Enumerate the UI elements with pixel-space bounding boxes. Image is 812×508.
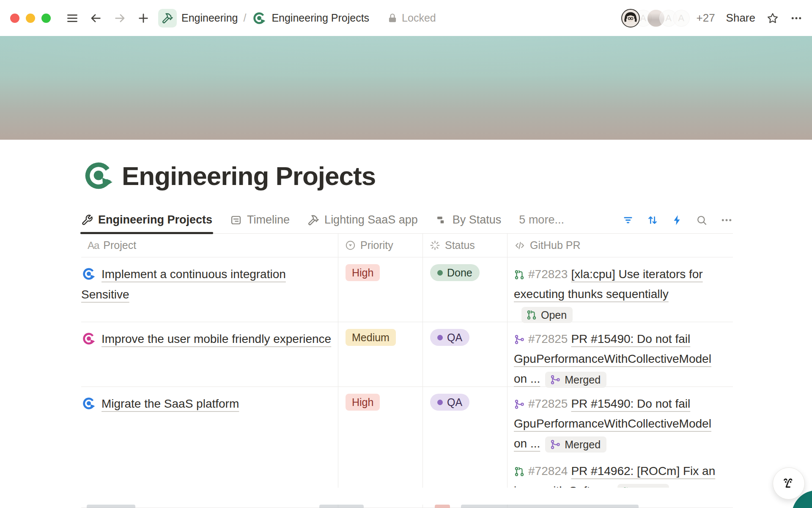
notion-ai-button[interactable] (773, 467, 805, 500)
status-dot (437, 335, 443, 340)
github-pr-mention: #72825PR #15490: Do not fail GpuPerforma… (514, 329, 727, 389)
sort-icon[interactable] (647, 214, 658, 226)
page-icon[interactable] (81, 158, 116, 193)
status-cell[interactable]: QA (423, 322, 508, 387)
status-cell[interactable]: Done (423, 257, 508, 322)
status-tag[interactable]: QA (430, 329, 469, 346)
view-tab-timeline[interactable]: Timeline (230, 207, 290, 233)
merge-icon (514, 399, 525, 410)
clipped-row-fragment (461, 505, 639, 508)
priority-cell[interactable]: Medium (338, 322, 423, 387)
column-header-project[interactable]: AaProject (81, 234, 338, 257)
view-tab-label: Engineering Projects (98, 213, 212, 226)
breadcrumb-workspace[interactable]: Engineering (181, 12, 238, 24)
pr-number: #72825 (528, 332, 568, 345)
automation-bolt-icon[interactable] (671, 214, 683, 226)
project-cell[interactable]: Implement a continuous integration Sensi… (81, 257, 338, 322)
timeline-icon (230, 214, 242, 226)
bottom-fade (0, 488, 812, 505)
github-pr-cell[interactable]: #72823[xla:cpu] Use iterators for execut… (508, 257, 733, 322)
presence-overflow-count[interactable]: +27 (697, 11, 715, 25)
column-header-label: Status (445, 239, 475, 251)
board-icon (436, 214, 447, 226)
window-titlebar: Engineering / Engineering Projects Locke… (0, 0, 812, 36)
presence-avatars: AAA (621, 9, 691, 28)
view-tab-by-status[interactable]: By Status (436, 207, 502, 233)
pr-state-badge: Merged (545, 372, 606, 388)
project-page-icon (81, 396, 96, 411)
priority-tag[interactable]: Medium (346, 329, 396, 346)
pull-request-icon (514, 269, 525, 280)
table-row: Improve the user mobile friendly experie… (81, 322, 733, 387)
table-row: Implement a continuous integration Sensi… (81, 257, 733, 322)
forward-icon[interactable] (113, 12, 126, 25)
search-icon[interactable] (696, 214, 708, 226)
minimize-window-button[interactable] (26, 14, 35, 23)
pull-request-icon (514, 466, 525, 477)
status-tag[interactable]: Done (430, 264, 480, 281)
locked-label: Locked (402, 12, 436, 24)
text-property-icon: Aa (88, 240, 99, 251)
merge-icon (514, 334, 525, 345)
select-icon (345, 240, 356, 251)
hammer-icon (307, 214, 319, 226)
page-cover-image (0, 36, 812, 140)
view-options-icon[interactable] (720, 214, 733, 226)
page-logo-icon (252, 11, 267, 26)
locked-toggle[interactable]: Locked (387, 12, 436, 24)
avatar[interactable] (621, 9, 640, 28)
sidebar-menu-icon[interactable] (66, 12, 79, 25)
share-button[interactable]: Share (726, 11, 755, 25)
status-burst-icon (429, 240, 441, 251)
priority-tag[interactable]: High (346, 394, 380, 411)
project-cell[interactable]: Improve the user mobile friendly experie… (81, 322, 338, 387)
view-tab-lighting-saas-app[interactable]: Lighting SaaS app (307, 207, 418, 233)
merge-icon (550, 439, 561, 450)
more-views-button[interactable]: 5 more... (519, 213, 564, 226)
clipped-row-fragment (319, 505, 364, 508)
view-tab-engineering-projects[interactable]: Engineering Projects (81, 207, 212, 233)
pr-number: #72825 (528, 397, 568, 410)
close-window-button[interactable] (10, 14, 19, 23)
priority-tag[interactable]: High (346, 264, 380, 281)
column-header-label: Priority (360, 239, 393, 251)
zoom-window-button[interactable] (41, 14, 51, 23)
page-title[interactable]: Engineering Projects (122, 161, 376, 191)
project-link[interactable]: Migrate the SaaS platform (102, 397, 239, 410)
new-page-icon[interactable] (137, 12, 150, 25)
project-link[interactable]: Implement a continuous integration Sensi… (81, 268, 286, 301)
table-header-row: AaProjectPriorityStatusGitHub PR (81, 234, 733, 257)
code-icon (514, 240, 526, 251)
status-dot (437, 400, 443, 405)
pr-state-badge: Open (521, 307, 573, 323)
avatar[interactable]: A (672, 9, 691, 28)
clipped-row-fragment (87, 505, 135, 508)
filter-icon[interactable] (622, 214, 634, 226)
breadcrumb-page[interactable]: Engineering Projects (272, 12, 369, 24)
database-view-tabs: Engineering ProjectsTimelineLighting Saa… (81, 207, 733, 234)
favorite-star-icon[interactable] (766, 12, 779, 25)
project-link[interactable]: Improve the user mobile friendly experie… (102, 332, 331, 345)
breadcrumb: Engineering / Engineering Projects (158, 9, 369, 28)
traffic-lights (10, 14, 51, 23)
workspace-icon[interactable] (158, 9, 177, 28)
wrench-icon (81, 214, 93, 226)
github-pr-cell[interactable]: #72825PR #15490: Do not fail GpuPerforma… (508, 322, 733, 387)
priority-cell[interactable]: High (338, 257, 423, 322)
pr-number: #72824 (528, 464, 568, 478)
breadcrumb-separator: / (243, 12, 246, 24)
column-header-priority[interactable]: Priority (338, 234, 423, 257)
merge-icon (550, 374, 561, 385)
column-header-label: GitHub PR (530, 239, 580, 251)
status-tag[interactable]: QA (430, 394, 469, 411)
github-pr-mention: #72823[xla:cpu] Use iterators for execut… (514, 264, 727, 324)
column-header-status[interactable]: Status (423, 234, 508, 257)
more-options-icon[interactable] (790, 12, 803, 25)
column-header-github_pr[interactable]: GitHub PR (508, 234, 733, 257)
active-tab-underline (80, 232, 213, 234)
lock-icon (387, 13, 398, 24)
back-icon[interactable] (90, 12, 102, 25)
column-header-label: Project (103, 239, 136, 251)
view-tab-label: Lighting SaaS app (324, 213, 418, 226)
github-pr-mention: #72825PR #15490: Do not fail GpuPerforma… (514, 394, 727, 453)
